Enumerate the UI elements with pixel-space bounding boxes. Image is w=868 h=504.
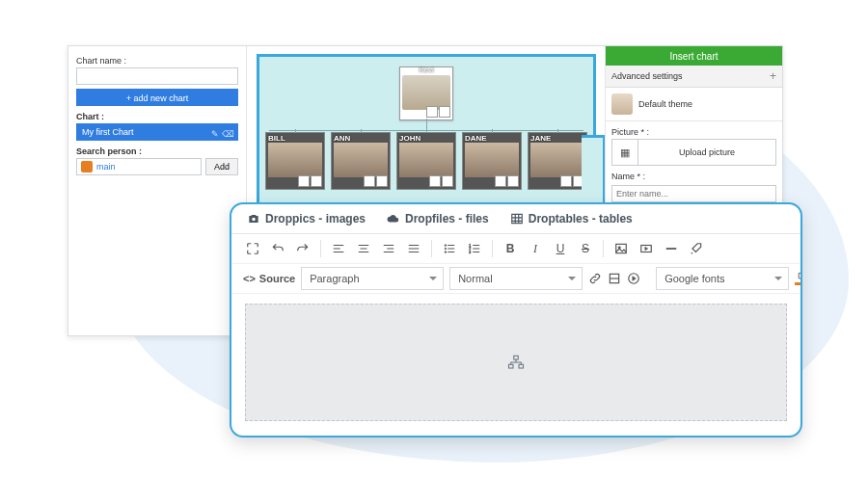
org-node-root[interactable]: Kevi: [399, 66, 453, 120]
maximize-icon[interactable]: [243, 239, 262, 258]
picture-field-label: Picture * :: [606, 121, 782, 139]
svg-point-3: [445, 252, 447, 253]
org-node-name: BILL: [268, 134, 285, 143]
undo-icon[interactable]: [268, 239, 287, 258]
list-bullet-icon[interactable]: [440, 239, 459, 258]
font-size-select[interactable]: Normal: [449, 267, 583, 290]
paragraph-format-select[interactable]: Paragraph: [301, 267, 444, 290]
theme-select[interactable]: Default theme: [606, 88, 782, 121]
chart-name-input[interactable]: [76, 67, 238, 85]
org-node-child[interactable]: JOHN: [396, 132, 456, 190]
tab-droptables[interactable]: Droptables - tables: [510, 212, 633, 225]
search-person-input[interactable]: main: [76, 158, 202, 175]
avatar: [465, 143, 519, 177]
list-numbered-icon[interactable]: 123: [465, 239, 484, 258]
tab-label: Droppics - images: [265, 212, 366, 225]
format-paint-icon[interactable]: [687, 239, 706, 258]
bold-icon[interactable]: B: [501, 239, 520, 258]
node-edit-icon[interactable]: [311, 175, 322, 187]
avatar: [268, 143, 322, 177]
upload-picture-button[interactable]: ▦ Upload picture: [611, 139, 776, 166]
advanced-settings-label: Advanced settings: [611, 71, 683, 81]
svg-point-2: [445, 248, 447, 250]
search-person-label: Search person :: [76, 146, 238, 156]
svg-point-1: [445, 245, 447, 247]
underline-icon[interactable]: U: [551, 239, 570, 258]
org-node-name: JANE: [530, 134, 551, 143]
tab-label: Droptables - tables: [529, 212, 633, 225]
strikethrough-icon[interactable]: S: [576, 239, 595, 258]
cloud-icon: [387, 212, 400, 225]
svg-text:3: 3: [469, 251, 471, 254]
hr-icon[interactable]: [662, 239, 681, 258]
tab-droppics[interactable]: Droppics - images: [247, 212, 366, 225]
editor-toolbar-row-2: <> Source Paragraph Normal Google fonts …: [231, 264, 800, 294]
node-move-icon[interactable]: [426, 106, 438, 118]
editor-content-dropzone[interactable]: [245, 304, 787, 421]
node-edit-icon[interactable]: [376, 175, 388, 187]
add-new-chart-button[interactable]: + add new chart: [76, 89, 238, 106]
align-center-icon[interactable]: [354, 239, 373, 258]
avatar: [334, 143, 388, 177]
org-chart-placeholder-icon: [507, 354, 525, 371]
source-toggle[interactable]: <> Source: [243, 273, 295, 284]
node-edit-icon[interactable]: [507, 175, 519, 187]
org-node-child[interactable]: DANE: [462, 132, 522, 190]
svg-rect-14: [519, 364, 524, 368]
play-circle-icon[interactable]: [627, 269, 640, 288]
node-edit-icon[interactable]: [442, 175, 453, 187]
node-move-icon[interactable]: [495, 175, 506, 187]
font-family-select[interactable]: Google fonts: [656, 267, 789, 290]
svg-rect-13: [509, 364, 514, 368]
link-icon[interactable]: [588, 269, 602, 288]
select-value: Google fonts: [665, 273, 724, 284]
camera-icon: [247, 212, 260, 225]
canvas-selection-marker: [582, 135, 606, 208]
chart-name-label: Chart name :: [76, 56, 238, 66]
align-right-icon[interactable]: [379, 239, 398, 258]
org-children-row: BILL ANN JOHN DANE JANE: [265, 132, 587, 190]
theme-name: Default theme: [638, 99, 692, 109]
content-editor-popup: Droppics - images Dropfiles - files Drop…: [230, 202, 802, 438]
name-field-label: Name * :: [606, 166, 782, 183]
svg-rect-7: [616, 244, 627, 252]
code-icon: <>: [243, 273, 256, 284]
chart-select-actions[interactable]: ✎ ⌫: [211, 125, 234, 143]
editor-toolbar-row-1: 123 B I U S: [231, 234, 800, 264]
node-edit-icon[interactable]: [439, 106, 450, 118]
avatar: [611, 93, 633, 115]
chart-select[interactable]: My first Chart ✎ ⌫: [76, 123, 238, 141]
search-person-value: main: [96, 162, 116, 172]
svg-rect-12: [514, 356, 519, 359]
add-person-button[interactable]: Add: [205, 158, 238, 175]
org-node-name: JOHN: [399, 134, 420, 143]
insert-chart-button[interactable]: Insert chart: [606, 46, 782, 66]
node-move-icon[interactable]: [429, 175, 441, 187]
avatar: [530, 143, 584, 177]
svg-point-0: [252, 218, 256, 222]
image-icon[interactable]: [611, 239, 631, 258]
image-icon: ▦: [612, 140, 638, 165]
node-move-icon[interactable]: [560, 175, 572, 187]
avatar: [402, 75, 450, 110]
highlight-color-icon[interactable]: [795, 269, 802, 288]
editor-tabs: Droppics - images Dropfiles - files Drop…: [231, 204, 800, 234]
node-move-icon[interactable]: [364, 175, 375, 187]
video-icon[interactable]: [637, 239, 656, 258]
org-node-child[interactable]: JANE: [528, 132, 587, 190]
org-node-child[interactable]: BILL: [265, 132, 325, 190]
chart-select-value: My first Chart: [82, 127, 134, 137]
redo-icon[interactable]: [293, 239, 312, 258]
node-move-icon[interactable]: [298, 175, 310, 187]
tab-dropfiles[interactable]: Dropfiles - files: [387, 212, 489, 225]
org-chart-canvas[interactable]: Kevi BILL ANN JOHN DANE JANE: [257, 54, 596, 208]
align-justify-icon[interactable]: [404, 239, 423, 258]
align-left-icon[interactable]: [329, 239, 348, 258]
org-node-name: Kevi: [400, 66, 452, 74]
plus-icon: +: [770, 66, 776, 87]
name-input[interactable]: [611, 185, 776, 202]
org-node-child[interactable]: ANN: [331, 132, 391, 190]
anchor-icon[interactable]: [608, 269, 621, 288]
italic-icon[interactable]: I: [526, 239, 545, 258]
advanced-settings-toggle[interactable]: Advanced settings +: [606, 66, 782, 88]
